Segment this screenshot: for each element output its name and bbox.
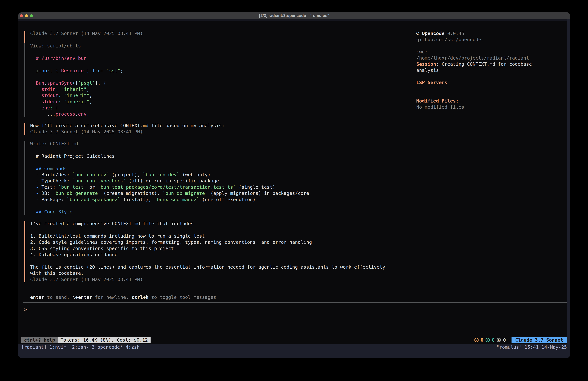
lsp-servers-label: LSP Servers <box>416 79 447 86</box>
brand-line: © OpenCode 0.0.45 <box>416 30 464 37</box>
tmux-status-bar: [radiant] 1:nvim 2:zsh- 3:opencode* 4:zs… <box>18 344 570 358</box>
accent-bar <box>24 43 25 117</box>
tmux-windows: [radiant] 1:nvim 2:zsh- 3:opencode* 4:zs… <box>21 344 140 350</box>
modified-files-label: Modified Files: <box>416 98 459 104</box>
tool-write-content: Write: CONTEXT.md # Radiant Project Guid… <box>30 141 309 215</box>
status-bar: ctrl+? help Tokens: 16.4K (8%), Cost: $0… <box>18 337 567 343</box>
accent-bar <box>24 141 25 215</box>
tool-view-content: View: script/db.ts #!/usr/bin/env bun im… <box>30 43 123 117</box>
keybind-help: enter to send, \+enter for newline, ctrl… <box>30 294 216 300</box>
accent-bar <box>24 123 25 135</box>
terminal-window: [2/3] radiant:3:opencode - "romulus" Cla… <box>18 12 570 358</box>
help-chip[interactable]: ctrl+? help <box>21 337 58 343</box>
assistant-message-content: Now I'll create a comprehensive CONTEXT.… <box>30 123 225 135</box>
prompt-caret: > <box>24 307 27 312</box>
version-label: 0.0.45 <box>444 31 464 36</box>
hints-icon: h <box>497 338 501 342</box>
assistant-header-content: Claude 3.7 Sonnet (14 May 2025 03:41 PM) <box>30 30 143 37</box>
input-divider <box>23 302 567 303</box>
accent-bar <box>24 31 25 43</box>
titlebar[interactable]: [2/3] radiant:3:opencode - "romulus" <box>18 12 570 19</box>
cwd-line: cwd: /home/thdxr/dev/projects/radiant/ra… <box>416 49 541 61</box>
brand-name: © OpenCode <box>416 31 444 36</box>
warnings-count: 0 <box>481 337 483 343</box>
copyright-icon: © <box>416 31 419 36</box>
info-icon: i <box>485 338 490 342</box>
accent-bar <box>24 221 25 282</box>
tokens-cost-chip: Tokens: 16.4K (8%), Cost: $0.12 <box>58 337 150 343</box>
model-chip[interactable]: Claude 3.7 Sonnet <box>511 337 567 343</box>
terminal-top-padding <box>18 19 567 21</box>
opencode-tui: Claude 3.7 Sonnet (14 May 2025 03:41 PM)… <box>18 19 567 344</box>
tmux-host-time: "romulus" 15:41 14-May-25 <box>497 344 567 350</box>
repo-link: github.com/sst/opencode <box>416 37 481 43</box>
modified-files-empty: No modified files <box>416 104 464 110</box>
warnings-icon: w <box>474 338 479 342</box>
hints-count: 0 <box>503 337 506 343</box>
session-label: Session <box>416 61 436 67</box>
assistant-summary-content: I've created a comprehensive CONTEXT.md … <box>30 221 385 283</box>
prompt-input[interactable]: > <box>24 306 27 313</box>
session-line: Session: Creating CONTEXT.md for codebas… <box>416 61 539 73</box>
window-title: [2/3] radiant:3:opencode - "romulus" <box>18 13 570 18</box>
diagnostics: w 0 i 0 h 0 <box>474 337 506 343</box>
info-count: 0 <box>492 337 495 343</box>
